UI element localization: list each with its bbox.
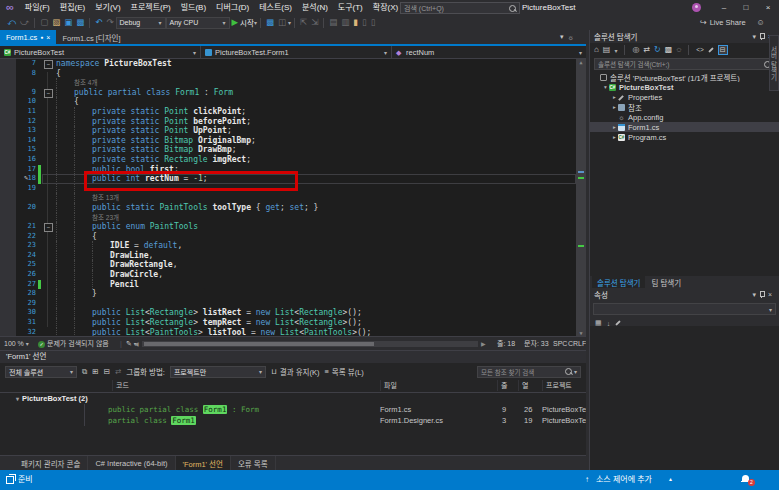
maximize-button[interactable]: □ [736, 0, 756, 15]
start-debug-icon[interactable]: ▶ [230, 16, 241, 29]
property-pages-icon[interactable] [615, 320, 621, 326]
preview-image-icon[interactable]: ◫ [276, 16, 288, 29]
code-line[interactable]: 13private static Point UpPoint; [0, 126, 586, 136]
health-indicator[interactable]: ✓ 문제가 검색되지 않음 [38, 337, 109, 350]
menu-item[interactable]: 프로젝트(P) [126, 0, 176, 15]
tree-item-program-cs[interactable]: ▸C#Program.cs [590, 132, 779, 142]
column-header[interactable]: 줄 [497, 380, 507, 391]
redo-icon[interactable]: ↷ [104, 16, 115, 29]
codelens-row[interactable]: 참조 13개 [0, 193, 586, 203]
build-all-icon[interactable]: ⇲ [309, 16, 320, 29]
window-menu-chevron-icon[interactable]: ▾ [749, 33, 759, 41]
feedback-icon[interactable]: ☺ [757, 18, 765, 27]
sync-with-active-document-icon[interactable]: ⇄ [643, 44, 650, 56]
menu-item[interactable]: 분석(N) [297, 0, 333, 15]
column-header[interactable]: 열 [518, 380, 528, 391]
chevron-down-icon[interactable]: ▾ [602, 84, 609, 90]
show-all-files-icon[interactable]: ◌ [676, 44, 681, 56]
save-all-icon[interactable]: ▩ [74, 16, 86, 29]
codelens-row[interactable]: 참조 23개 [0, 213, 586, 223]
tree-item--pictureboxtest-1-1-[interactable]: 솔루션 'PictureBoxTest' (1/1개 프로젝트) [590, 72, 779, 82]
chevron-right-icon[interactable]: ▸ [611, 104, 618, 110]
tree-item-properties[interactable]: ▸Properties [590, 92, 779, 102]
chevron-right-icon[interactable]: ▸ [611, 124, 618, 130]
source-control-up-icon[interactable]: ↑ [585, 470, 589, 489]
menu-item[interactable]: 도구(T) [333, 0, 368, 15]
side-tab[interactable]: 팀 탐색기 [646, 276, 686, 288]
refresh-icon[interactable]: ↻ [654, 44, 661, 56]
code-line[interactable]: 25DrawRectangle, [0, 260, 586, 270]
add-to-source-control-button[interactable]: 소스 제어에 추가 [596, 470, 652, 489]
tool-window-tab[interactable]: 'Form1' 선언 [176, 456, 231, 470]
code-line[interactable]: 23IDLE = default, [0, 241, 586, 251]
code-line[interactable]: 7−namespace PictureBoxTest [0, 59, 586, 69]
expander-icon[interactable]: ▾ [16, 396, 19, 402]
tree-item-pictureboxtest[interactable]: ▾C#PictureBoxTest [590, 82, 779, 92]
expand-all-icon[interactable]: ⊞ [92, 366, 98, 378]
navigate-forward-icon[interactable]: ⤻ [18, 16, 31, 29]
column-header[interactable]: 프로젝트 [542, 380, 572, 391]
new-project-icon[interactable]: ▢ [38, 16, 50, 29]
minimize-button[interactable]: – [714, 0, 734, 15]
code-line[interactable]: 15private static Bitmap DrawBmp; [0, 145, 586, 155]
account-avatar[interactable] [692, 3, 701, 12]
tree-item-app-config[interactable]: ☼App.config [590, 112, 779, 122]
close-tab-icon[interactable]: × [46, 34, 50, 41]
code-line[interactable]: 21−public enum PaintTools [0, 222, 586, 232]
reference-result-row[interactable]: partial class Form1Form1.Designer.cs319P… [0, 415, 586, 426]
collapse-all-icon[interactable]: ⊟ [718, 45, 728, 55]
zoom-level-dropdown[interactable]: 100 % ▾ [4, 337, 29, 351]
bookmark-icon[interactable]: ▮ [351, 16, 360, 29]
performance-profiler-icon[interactable]: ▩ [264, 16, 276, 29]
uncomment-icon[interactable]: ▥ [339, 16, 351, 29]
tree-item-form1-cs[interactable]: ▸Form1.cs [590, 122, 779, 132]
tool-window-tab[interactable]: C# Interactive (64-bit) [88, 456, 175, 470]
code-line[interactable]: 14private static Bitmap OriginalBmp; [0, 136, 586, 146]
code-line[interactable]: 9−public partial class Form1 : Form [0, 88, 586, 98]
save-icon[interactable]: ▣ [62, 16, 74, 29]
close-panel-icon[interactable]: × [765, 291, 775, 298]
cursor-column-indicator[interactable]: 문자: 33 [524, 337, 549, 350]
menu-item[interactable]: 편집(E) [55, 0, 90, 15]
chevron-right-icon[interactable]: ▸ [611, 134, 618, 140]
tree-item--[interactable]: ▸참조 [590, 102, 779, 112]
code-line[interactable]: 11private static Point clickPoint; [0, 107, 586, 117]
menu-item[interactable]: 보기(V) [90, 0, 125, 15]
scroll-up-icon[interactable]: ▲ [576, 59, 586, 65]
type-dropdown[interactable]: PictureBoxTest.Form1 ▾ [201, 46, 392, 58]
pin-icon[interactable] [759, 291, 765, 298]
editor-horizontal-scrollbar[interactable] [142, 341, 478, 347]
cursor-line-indicator[interactable]: 줄: 18 [497, 337, 515, 350]
codelens-references[interactable]: 참조 23개 [92, 213, 119, 223]
reference-group-row[interactable]: ▾PictureBoxTest (2) [0, 393, 586, 404]
references-search-box[interactable]: 모든 참조 찾기 검색 ▾ [477, 366, 581, 378]
reference-scope-dropdown[interactable]: 전체 솔루션▾ [5, 366, 77, 378]
live-share-area[interactable]: ↪ Live Share ☺ [700, 15, 765, 30]
comment-icon[interactable]: ▤ [327, 16, 339, 29]
code-line[interactable]: 32public List<PaintTools> listTool = new… [0, 328, 586, 336]
navigate-back-icon[interactable]: ⤺ [5, 16, 18, 29]
pending-changes-filter-icon[interactable]: ◎ [632, 44, 639, 56]
code-line[interactable]: 28} [0, 289, 586, 299]
source-control-chevron-icon[interactable]: ▲ [668, 470, 673, 489]
code-line[interactable]: 16private static Rectangle imgRect; [0, 155, 586, 165]
solution-platform-dropdown[interactable]: Any CPU▾ [166, 17, 230, 29]
references-panel-title[interactable]: 'Form1' 선언 [0, 351, 586, 363]
editor-vertical-scrollbar[interactable]: ▲ ▼ [576, 59, 586, 336]
build-icon[interactable]: ⇱ [298, 16, 309, 29]
code-line[interactable]: 26DrawCircle, [0, 270, 586, 280]
code-line[interactable]: 8{ [0, 69, 586, 79]
open-file-icon[interactable]: ▧ [50, 16, 62, 29]
home-icon[interactable]: ⌂ [594, 44, 599, 56]
properties-object-dropdown[interactable]: ▾ [593, 303, 776, 315]
menu-item[interactable]: 디버그(D) [211, 0, 254, 15]
window-menu-chevron-icon[interactable]: ▾ [749, 291, 759, 299]
copy-icon[interactable]: ⧉ [82, 366, 87, 378]
start-debug-label[interactable]: 시작 [240, 17, 254, 28]
menu-item[interactable]: 확장(X) [368, 0, 403, 15]
code-line[interactable]: 27Pencil [0, 280, 586, 290]
codelens-row[interactable]: 참조 4개 [0, 78, 586, 88]
spaces-indicator[interactable]: SPC [553, 337, 567, 350]
properties-icon[interactable] [708, 47, 714, 53]
code-line[interactable]: 10{ [0, 97, 586, 107]
